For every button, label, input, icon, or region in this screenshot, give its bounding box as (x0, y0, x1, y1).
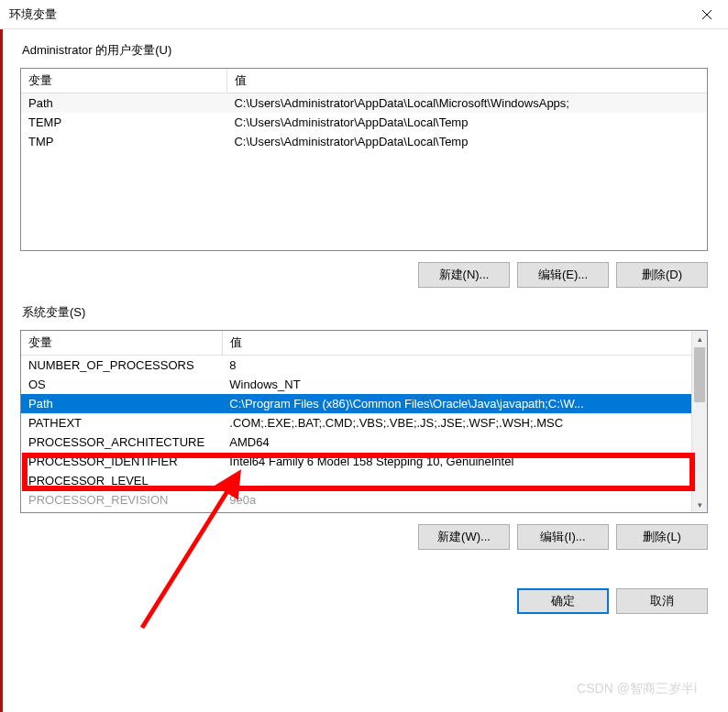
ok-button[interactable]: 确定 (517, 588, 609, 614)
scrollbar[interactable]: ▴ ▾ (691, 331, 707, 512)
var-value: 8 (222, 356, 691, 376)
close-button[interactable] (686, 0, 728, 29)
scroll-up-icon[interactable]: ▴ (692, 331, 707, 346)
col-header-value[interactable]: 值 (222, 331, 691, 356)
edit-user-var-button[interactable]: 编辑(E)... (517, 262, 609, 288)
watermark: CSDN @智商三岁半i (577, 681, 697, 697)
window-left-edge (0, 29, 3, 712)
var-name: PROCESSOR_IDENTIFIER (21, 452, 222, 471)
scroll-thumb[interactable] (694, 347, 705, 402)
var-value: C:\Users\Administrator\AppData\Local\Tem… (226, 113, 707, 132)
var-name: PROCESSOR_REVISION (21, 490, 222, 509)
table-row[interactable]: TEMP C:\Users\Administrator\AppData\Loca… (21, 113, 707, 132)
var-name: PROCESSOR_ARCHITECTURE (21, 433, 222, 452)
delete-system-var-button[interactable]: 删除(L) (616, 524, 708, 550)
col-header-value[interactable]: 值 (226, 69, 707, 93)
system-vars-buttons: 新建(W)... 编辑(I)... 删除(L) (20, 524, 708, 550)
var-value: C:\Program Files (x86)\Common Files\Orac… (222, 394, 691, 413)
var-name: NUMBER_OF_PROCESSORS (21, 356, 222, 376)
system-variables-group: 系统变量(S) 变量 值 NUMBER_OF_PROCESSORS 8 O (20, 304, 708, 550)
table-row-selected[interactable]: Path C:\Program Files (x86)\Common Files… (21, 394, 691, 413)
col-header-variable[interactable]: 变量 (21, 69, 226, 93)
scroll-down-icon[interactable]: ▾ (692, 497, 707, 512)
var-value: AMD64 (222, 433, 691, 452)
dialog-footer: 确定 取消 (0, 579, 728, 614)
table-row[interactable]: PROCESSOR_ARCHITECTURE AMD64 (21, 433, 691, 452)
var-value: .COM;.EXE;.BAT;.CMD;.VBS;.VBE;.JS;.JSE;.… (222, 413, 691, 433)
table-row[interactable]: PATHEXT .COM;.EXE;.BAT;.CMD;.VBS;.VBE;.J… (21, 413, 691, 433)
var-name: OS (21, 375, 222, 394)
new-user-var-button[interactable]: 新建(N)... (418, 262, 510, 288)
cancel-button[interactable]: 取消 (616, 588, 708, 614)
window-title: 环境变量 (9, 6, 57, 23)
var-name: TMP (21, 132, 226, 151)
table-row[interactable]: PROCESSOR_IDENTIFIER Intel64 Family 6 Mo… (21, 452, 691, 471)
new-system-var-button[interactable]: 新建(W)... (418, 524, 510, 550)
delete-user-var-button[interactable]: 删除(D) (616, 262, 708, 288)
var-name: PROCESSOR_LEVEL (21, 471, 222, 490)
var-name: PATHEXT (21, 413, 222, 433)
table-row[interactable]: NUMBER_OF_PROCESSORS 8 (21, 356, 691, 376)
edit-system-var-button[interactable]: 编辑(I)... (517, 524, 609, 550)
var-value: C:\Users\Administrator\AppData\Local\Tem… (226, 132, 707, 151)
user-vars-label: Administrator 的用户变量(U) (20, 42, 708, 59)
system-vars-table-wrap: 变量 值 NUMBER_OF_PROCESSORS 8 OS Windows_N… (20, 330, 708, 513)
user-vars-buttons: 新建(N)... 编辑(E)... 删除(D) (20, 262, 708, 288)
user-vars-table[interactable]: 变量 值 Path C:\Users\Administrator\AppData… (21, 69, 707, 151)
close-icon (702, 10, 711, 19)
var-value: 6 (222, 471, 691, 490)
var-name: Path (21, 93, 226, 114)
table-row[interactable]: PROCESSOR_REVISION 9e0a (21, 490, 691, 509)
user-vars-table-wrap: 变量 值 Path C:\Users\Administrator\AppData… (20, 68, 708, 251)
var-value: C:\Users\Administrator\AppData\Local\Mic… (226, 93, 707, 114)
table-row[interactable]: Path C:\Users\Administrator\AppData\Loca… (21, 93, 707, 114)
var-value: Intel64 Family 6 Model 158 Stepping 10, … (222, 452, 691, 471)
titlebar: 环境变量 (0, 0, 728, 29)
var-name: TEMP (21, 113, 226, 132)
table-row[interactable]: OS Windows_NT (21, 375, 691, 394)
var-value: Windows_NT (222, 375, 691, 394)
var-value: 9e0a (222, 490, 691, 509)
system-vars-label: 系统变量(S) (20, 304, 708, 321)
user-variables-group: Administrator 的用户变量(U) 变量 值 Path C:\User… (20, 42, 708, 288)
var-name: Path (21, 394, 222, 413)
table-row[interactable]: PROCESSOR_LEVEL 6 (21, 471, 691, 490)
col-header-variable[interactable]: 变量 (21, 331, 222, 356)
table-row[interactable]: TMP C:\Users\Administrator\AppData\Local… (21, 132, 707, 151)
system-vars-table[interactable]: 变量 值 NUMBER_OF_PROCESSORS 8 OS Windows_N… (21, 331, 691, 509)
